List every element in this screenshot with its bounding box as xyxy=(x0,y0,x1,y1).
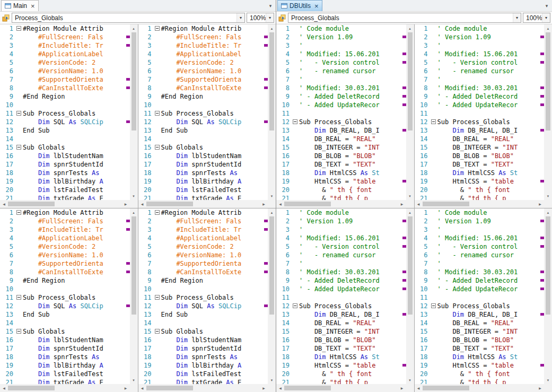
scroll-up-icon[interactable]: ▲ xyxy=(268,24,276,32)
scroll-down-icon[interactable]: ▼ xyxy=(130,192,138,200)
horizontal-scrollbar[interactable]: ◀▶ xyxy=(415,200,545,208)
sub-selector-combobox[interactable]: Process_Globals ▾ xyxy=(12,13,245,23)
vertical-scrollbar-thumb[interactable] xyxy=(269,216,274,315)
scroll-down-icon[interactable]: ▼ xyxy=(268,376,276,384)
horizontal-scrollbar[interactable]: ◀▶ xyxy=(0,200,130,208)
vertical-scrollbar-thumb[interactable] xyxy=(132,216,136,315)
vertical-scrollbar[interactable]: ▲▼ xyxy=(130,24,138,200)
vertical-scrollbar[interactable]: ▲▼ xyxy=(268,208,276,384)
scroll-up-icon[interactable]: ▲ xyxy=(268,208,276,216)
fold-collapse-icon[interactable] xyxy=(155,145,160,150)
code-editor-pane[interactable]: 1' Code module2' Version 1.093'4' Modifi… xyxy=(276,208,414,392)
vertical-scrollbar-thumb[interactable] xyxy=(546,216,550,315)
scroll-up-icon[interactable]: ▲ xyxy=(130,24,138,32)
scroll-left-icon[interactable]: ◀ xyxy=(415,200,423,208)
zoom-combobox[interactable]: 100% ▾ xyxy=(523,13,550,23)
horizontal-scrollbar[interactable]: ◀▶ xyxy=(276,384,406,392)
zoom-combobox[interactable]: 100% ▾ xyxy=(247,13,274,23)
horizontal-scrollbar-thumb[interactable] xyxy=(284,202,331,206)
close-icon[interactable]: × xyxy=(314,3,319,10)
code-editor-pane[interactable]: 1' Code module2' Version 1.093'4' Modifi… xyxy=(415,208,552,392)
code-editor-pane[interactable]: 1' Code module2' Version 1.093'4' Modifi… xyxy=(415,24,552,208)
scroll-down-icon[interactable]: ▼ xyxy=(406,192,414,200)
scroll-right-icon[interactable]: ▶ xyxy=(536,384,544,392)
scroll-left-icon[interactable]: ◀ xyxy=(276,384,284,392)
code-editor-pane[interactable]: 1' Code module2' Version 1.093'4' Modifi… xyxy=(276,24,414,208)
fold-collapse-icon[interactable] xyxy=(155,295,160,300)
vertical-scrollbar[interactable]: ▲▼ xyxy=(268,24,276,200)
scroll-right-icon[interactable]: ▶ xyxy=(536,200,544,208)
scroll-right-icon[interactable]: ▶ xyxy=(260,384,268,392)
horizontal-scrollbar-thumb[interactable] xyxy=(423,202,469,206)
scroll-up-icon[interactable]: ▲ xyxy=(130,208,138,216)
horizontal-scrollbar[interactable]: ◀▶ xyxy=(138,200,268,208)
fold-collapse-icon[interactable] xyxy=(155,111,160,116)
fold-collapse-icon[interactable] xyxy=(16,111,21,116)
scroll-down-icon[interactable]: ▼ xyxy=(544,192,552,200)
fold-collapse-icon[interactable] xyxy=(155,26,160,31)
fold-collapse-icon[interactable] xyxy=(16,210,21,215)
chevron-down-icon[interactable]: ▾ xyxy=(513,13,521,22)
tab-dbutils[interactable]: DBUtils × xyxy=(277,0,322,11)
scroll-left-icon[interactable]: ◀ xyxy=(276,200,284,208)
fold-collapse-icon[interactable] xyxy=(16,145,21,150)
code-editor-pane[interactable]: 1#Region Module Attrib2 #FullScreen: Fal… xyxy=(0,24,138,208)
horizontal-scrollbar-thumb[interactable] xyxy=(146,202,193,206)
vertical-scrollbar[interactable]: ▲▼ xyxy=(406,24,414,200)
chevron-down-icon[interactable]: ▾ xyxy=(266,13,274,22)
vertical-scrollbar-thumb[interactable] xyxy=(408,216,413,315)
horizontal-scrollbar-thumb[interactable] xyxy=(423,386,469,390)
chevron-down-icon[interactable]: ▾ xyxy=(542,13,550,22)
fold-collapse-icon[interactable] xyxy=(431,119,436,124)
scroll-right-icon[interactable]: ▶ xyxy=(398,384,406,392)
scroll-down-icon[interactable]: ▼ xyxy=(130,376,138,384)
chevron-down-icon[interactable]: ▾ xyxy=(267,2,274,10)
code-editor-pane[interactable]: 1#Region Module Attrib2 #FullScreen: Fal… xyxy=(138,208,276,392)
horizontal-scrollbar-thumb[interactable] xyxy=(8,202,55,206)
scroll-down-icon[interactable]: ▼ xyxy=(544,376,552,384)
vertical-scrollbar-thumb[interactable] xyxy=(546,32,550,130)
horizontal-scrollbar-thumb[interactable] xyxy=(146,386,193,390)
tab-main[interactable]: Main × xyxy=(1,0,39,11)
vertical-scrollbar-thumb[interactable] xyxy=(132,32,136,130)
vertical-scrollbar[interactable]: ▲▼ xyxy=(406,208,414,384)
scroll-down-icon[interactable]: ▼ xyxy=(406,376,414,384)
close-icon[interactable]: × xyxy=(31,3,35,10)
chevron-down-icon[interactable]: ▾ xyxy=(236,13,244,22)
scroll-left-icon[interactable]: ◀ xyxy=(415,384,423,392)
fold-collapse-icon[interactable] xyxy=(16,329,21,334)
scroll-left-icon[interactable]: ◀ xyxy=(138,384,146,392)
scroll-left-icon[interactable]: ◀ xyxy=(0,200,8,208)
vertical-scrollbar[interactable]: ▲▼ xyxy=(130,208,138,384)
scroll-right-icon[interactable]: ▶ xyxy=(122,384,130,392)
fold-collapse-icon[interactable] xyxy=(16,295,21,300)
scroll-right-icon[interactable]: ▶ xyxy=(260,200,268,208)
vertical-scrollbar[interactable]: ▲▼ xyxy=(544,208,552,384)
code-editor-pane[interactable]: 1#Region Module Attrib2 #FullScreen: Fal… xyxy=(0,208,138,392)
fold-collapse-icon[interactable] xyxy=(155,329,160,334)
code-editor-pane[interactable]: 1#Region Module Attrib2 #FullScreen: Fal… xyxy=(138,24,276,208)
vertical-scrollbar-thumb[interactable] xyxy=(408,32,413,130)
scroll-up-icon[interactable]: ▲ xyxy=(406,208,414,216)
horizontal-scrollbar[interactable]: ◀▶ xyxy=(415,384,545,392)
scroll-left-icon[interactable]: ◀ xyxy=(138,200,146,208)
horizontal-scrollbar[interactable]: ◀▶ xyxy=(276,200,406,208)
scroll-up-icon[interactable]: ▲ xyxy=(544,208,552,216)
horizontal-scrollbar[interactable]: ◀▶ xyxy=(138,384,268,392)
fold-collapse-icon[interactable] xyxy=(16,26,21,31)
vertical-scrollbar-thumb[interactable] xyxy=(269,32,274,130)
fold-collapse-icon[interactable] xyxy=(293,303,297,308)
scroll-right-icon[interactable]: ▶ xyxy=(122,200,130,208)
vertical-scrollbar[interactable]: ▲▼ xyxy=(544,24,552,200)
scroll-right-icon[interactable]: ▶ xyxy=(398,200,406,208)
scroll-left-icon[interactable]: ◀ xyxy=(0,384,8,392)
fold-collapse-icon[interactable] xyxy=(155,210,160,215)
chevron-down-icon[interactable]: ▾ xyxy=(543,2,550,10)
horizontal-scrollbar-thumb[interactable] xyxy=(284,386,331,390)
sub-selector-combobox[interactable]: Process_Globals ▾ xyxy=(288,13,521,23)
fold-collapse-icon[interactable] xyxy=(293,119,297,124)
horizontal-scrollbar-thumb[interactable] xyxy=(8,386,55,390)
fold-collapse-icon[interactable] xyxy=(431,303,436,308)
scroll-up-icon[interactable]: ▲ xyxy=(406,24,414,32)
horizontal-scrollbar[interactable]: ◀▶ xyxy=(0,384,130,392)
